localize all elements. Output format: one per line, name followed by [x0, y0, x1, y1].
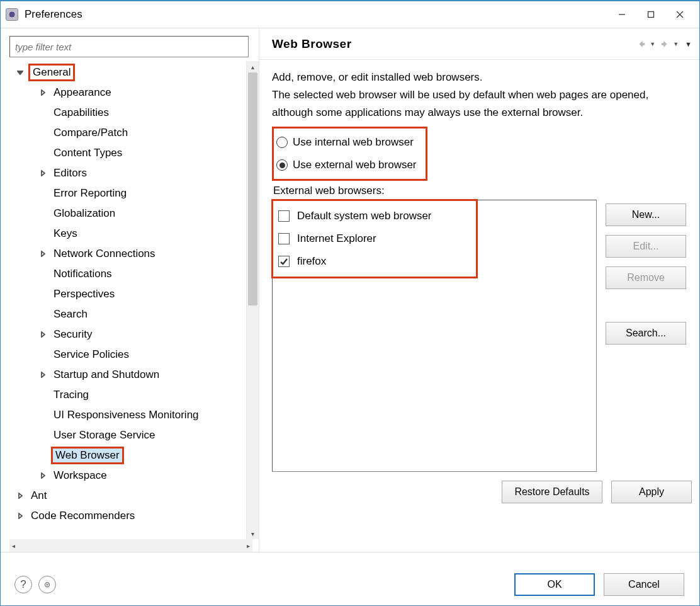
- browser-mode-group: Use internal web browser Use external we…: [272, 127, 427, 181]
- tree-item-notifications[interactable]: Notifications: [9, 264, 246, 284]
- tree-item-label: Notifications: [51, 267, 115, 281]
- tree-item-editors[interactable]: Editors: [9, 163, 246, 183]
- restore-defaults-button[interactable]: Restore Defaults: [502, 481, 602, 503]
- nav-back-button[interactable]: [635, 37, 648, 51]
- apply-button[interactable]: Apply: [611, 481, 692, 503]
- chevron-right-icon[interactable]: [37, 329, 48, 340]
- radio-icon: [276, 159, 288, 171]
- scroll-left-arrow[interactable]: ◂: [12, 542, 15, 549]
- scroll-up-arrow[interactable]: ▴: [247, 61, 259, 72]
- checkbox-icon[interactable]: [278, 233, 290, 244]
- cancel-button[interactable]: Cancel: [604, 573, 684, 596]
- tree-item-code-recommenders[interactable]: Code Recommenders: [9, 506, 246, 526]
- tree-item-label: User Storage Service: [51, 428, 158, 442]
- tree-item-label: Service Policies: [51, 348, 132, 362]
- browser-item-label: Internet Explorer: [297, 232, 376, 245]
- browser-item-default-system-web-browser[interactable]: Default system web browser: [278, 205, 471, 227]
- chevron-down-icon[interactable]: [14, 67, 26, 78]
- left-panel: GeneralAppearanceCapabilitiesCompare/Pat…: [1, 28, 259, 552]
- tree-item-perspectives[interactable]: Perspectives: [9, 284, 246, 304]
- chevron-right-icon[interactable]: [14, 490, 26, 501]
- tree-item-label: Content Types: [51, 146, 125, 160]
- tree-item-label: General: [28, 64, 75, 81]
- tree-item-ant[interactable]: Ant: [9, 486, 246, 506]
- nav-back-dropdown[interactable]: ▼: [650, 41, 655, 47]
- tree-item-error-reporting[interactable]: Error Reporting: [9, 183, 246, 203]
- tree-item-content-types[interactable]: Content Types: [9, 143, 246, 163]
- tree-item-label: Perspectives: [51, 287, 117, 301]
- tree-item-label: Web Browser: [51, 447, 124, 464]
- tree-vertical-scrollbar[interactable]: ▴ ▾: [246, 61, 259, 539]
- tree-item-compare-patch[interactable]: Compare/Patch: [9, 123, 246, 143]
- browser-action-buttons: New... Edit... Remove Search...: [606, 200, 686, 472]
- checkbox-icon[interactable]: [278, 210, 290, 222]
- browser-item-label: firefox: [297, 255, 326, 268]
- chevron-right-icon[interactable]: [14, 510, 26, 522]
- scroll-down-arrow[interactable]: ▾: [247, 528, 259, 539]
- external-browsers-list[interactable]: Default system web browserInternet Explo…: [272, 200, 597, 472]
- tree-item-label: Ant: [28, 489, 50, 503]
- page-menu-button[interactable]: ▼: [685, 40, 692, 48]
- tree-item-label: Search: [51, 307, 90, 321]
- radio-external-browser[interactable]: Use external web browser: [276, 154, 417, 176]
- tree-horizontal-scrollbar[interactable]: ◂ ▸: [9, 539, 252, 552]
- tree-item-label: Compare/Patch: [51, 126, 130, 140]
- tree-item-label: Editors: [51, 166, 89, 180]
- tree-item-network-connections[interactable]: Network Connections: [9, 244, 246, 264]
- search-button[interactable]: Search...: [606, 322, 686, 345]
- tree-item-globalization[interactable]: Globalization: [9, 203, 246, 224]
- svg-rect-1: [648, 12, 654, 18]
- tree-item-web-browser[interactable]: Web Browser: [9, 445, 246, 466]
- tree-item-label: Tracing: [51, 388, 91, 402]
- tree-item-workspace[interactable]: Workspace: [9, 466, 246, 486]
- chevron-right-icon[interactable]: [37, 470, 48, 481]
- minimize-button[interactable]: [607, 4, 636, 25]
- tree-item-label: Startup and Shutdown: [51, 368, 162, 382]
- close-button[interactable]: [665, 4, 694, 25]
- radio-icon: [276, 137, 288, 148]
- dialog-button-bar: ? ⊜ OK Cancel: [1, 552, 699, 602]
- help-button[interactable]: ?: [14, 576, 32, 593]
- scroll-thumb[interactable]: [248, 72, 257, 306]
- browser-item-internet-explorer[interactable]: Internet Explorer: [278, 227, 471, 250]
- new-button[interactable]: New...: [606, 203, 686, 226]
- tree-item-startup-and-shutdown[interactable]: Startup and Shutdown: [9, 365, 246, 385]
- tree-item-label: UI Responsiveness Monitoring: [51, 408, 201, 422]
- nav-forward-button[interactable]: [658, 37, 672, 51]
- window-title: Preferences: [25, 8, 607, 21]
- preference-tree[interactable]: GeneralAppearanceCapabilitiesCompare/Pat…: [9, 61, 246, 539]
- tree-item-label: Code Recommenders: [28, 509, 137, 523]
- browser-item-firefox[interactable]: firefox: [278, 250, 471, 273]
- remove-button[interactable]: Remove: [606, 266, 686, 289]
- maximize-button[interactable]: [636, 4, 665, 25]
- tree-item-appearance[interactable]: Appearance: [9, 83, 246, 103]
- radio-internal-browser[interactable]: Use internal web browser: [276, 131, 417, 154]
- tree-item-label: Globalization: [51, 207, 118, 220]
- nav-forward-dropdown[interactable]: ▼: [673, 41, 679, 47]
- chevron-right-icon[interactable]: [37, 248, 48, 260]
- edit-button[interactable]: Edit...: [606, 235, 686, 258]
- app-icon: [6, 8, 18, 21]
- right-header: Web Browser ▼ ▼ ▼: [259, 28, 699, 60]
- checkbox-icon[interactable]: [278, 256, 290, 267]
- chevron-right-icon[interactable]: [37, 369, 48, 380]
- tree-item-keys[interactable]: Keys: [9, 224, 246, 244]
- import-export-button[interactable]: ⊜: [38, 576, 56, 593]
- tree-item-label: Network Connections: [51, 247, 158, 261]
- tree-item-ui-responsiveness-monitoring[interactable]: UI Responsiveness Monitoring: [9, 405, 246, 425]
- tree-item-search[interactable]: Search: [9, 304, 246, 324]
- tree-item-tracing[interactable]: Tracing: [9, 385, 246, 405]
- chevron-right-icon[interactable]: [37, 168, 48, 179]
- chevron-right-icon[interactable]: [37, 87, 48, 98]
- tree-item-user-storage-service[interactable]: User Storage Service: [9, 425, 246, 445]
- tree-item-security[interactable]: Security: [9, 324, 246, 345]
- ok-button[interactable]: OK: [514, 573, 595, 596]
- tree-item-general[interactable]: General: [9, 62, 246, 83]
- radio-label: Use external web browser: [293, 159, 417, 171]
- right-panel: Web Browser ▼ ▼ ▼ Add, remove, or edit i…: [259, 28, 699, 552]
- scroll-right-arrow[interactable]: ▸: [247, 542, 250, 549]
- filter-input[interactable]: [9, 36, 249, 57]
- tree-item-capabilities[interactable]: Capabilities: [9, 103, 246, 123]
- tree-item-label: Error Reporting: [51, 186, 129, 200]
- tree-item-service-policies[interactable]: Service Policies: [9, 345, 246, 365]
